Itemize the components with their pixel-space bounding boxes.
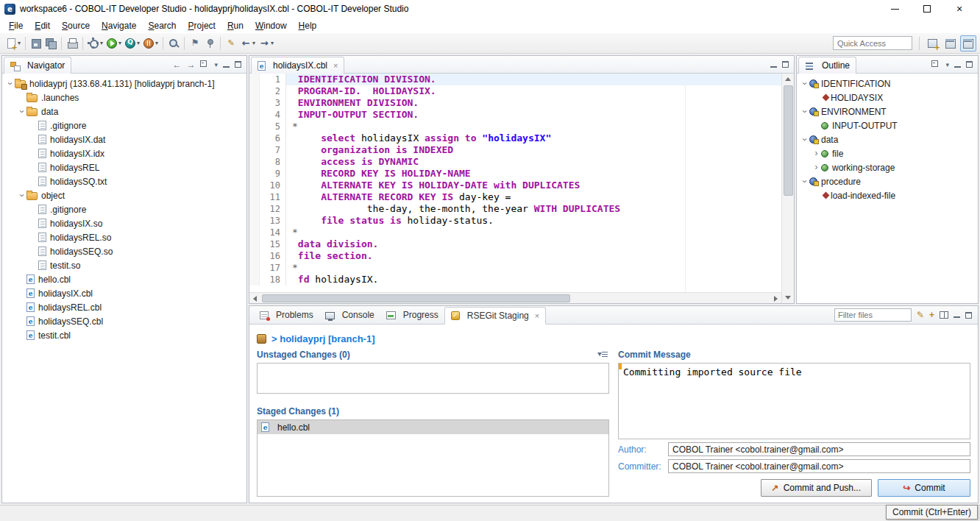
print-button[interactable] [65, 36, 79, 51]
code-line[interactable]: 2 PROGRAM-ID. HOLIDAYSIX. [249, 85, 781, 97]
profile-button[interactable]: ▾ [141, 36, 160, 51]
navigator-item[interactable]: testit.so [2, 258, 246, 272]
code-text[interactable]: data division. [286, 238, 781, 250]
close-window-button[interactable]: × [943, 1, 976, 17]
menu-file[interactable]: File [3, 19, 29, 32]
navigator-item[interactable]: holidaysREL [2, 160, 246, 174]
tab-console[interactable]: Console [319, 306, 380, 324]
horizontal-scrollbar[interactable] [249, 292, 781, 303]
tab-outline[interactable]: Outline [798, 57, 856, 74]
menu-help[interactable]: Help [293, 19, 323, 32]
menu-edit[interactable]: Edit [29, 19, 56, 32]
outline-item[interactable]: ›data [797, 132, 978, 146]
signoff-icon[interactable]: ✎ [917, 311, 924, 319]
close-icon[interactable]: × [333, 61, 338, 70]
collapse-arrow-icon[interactable]: › [17, 107, 26, 116]
navigator-item[interactable]: ›object [2, 188, 246, 202]
navigator-item[interactable]: holidaysIX.so [2, 216, 246, 230]
toggle-mark-button[interactable]: ⚑ [188, 36, 202, 51]
commit-message-input[interactable]: Committing imported source file [618, 363, 970, 439]
navigator-item[interactable]: holidaysIX.dat [2, 132, 246, 146]
menu-navigate[interactable]: Navigate [96, 19, 142, 32]
commit-and-push-button[interactable]: ↗ Commit and Push... [761, 479, 872, 497]
collapseall-icon[interactable] [931, 60, 940, 69]
pin-editor-button[interactable] [202, 36, 217, 51]
navigator-item[interactable]: holidaysSQ.txt [2, 174, 246, 188]
code-text[interactable]: * [286, 121, 781, 132]
code-line[interactable]: 10 ALTERNATE KEY IS HOLIDAY-DATE with DU… [249, 180, 781, 191]
code-text[interactable]: * [286, 262, 781, 274]
code-text[interactable]: fd holidaysIX. [286, 274, 781, 286]
scroll-right-button[interactable] [770, 293, 781, 304]
viewmenu-icon[interactable]: ▾ [945, 60, 949, 69]
vertical-scrollbar[interactable] [781, 74, 794, 303]
author-input[interactable] [668, 442, 970, 456]
code-text[interactable]: ALTERNATE KEY IS HOLIDAY-DATE with DUPLI… [286, 180, 781, 191]
outline-item[interactable]: ›file [797, 146, 978, 160]
navigator-item[interactable]: hello.cbl [2, 272, 246, 286]
changeid-icon[interactable]: + [929, 311, 934, 319]
tab-rsegit-staging[interactable]: RSEGit Staging× [444, 307, 546, 325]
staged-changes-list[interactable]: hello.cbl [257, 419, 609, 497]
new-wizard-button[interactable]: ▾ [4, 36, 22, 51]
code-text[interactable]: access is DYNAMIC [286, 156, 781, 168]
outline-item[interactable]: ›procedure [797, 174, 978, 188]
code-line[interactable]: 15 data division. [249, 238, 781, 250]
dropdown-caret-icon[interactable]: ▾ [271, 40, 274, 46]
navigator-item[interactable]: .gitignore [2, 202, 246, 216]
code-line[interactable]: 18 fd holidaysIX. [249, 274, 781, 286]
menu-window[interactable]: Window [249, 19, 293, 32]
outline-item[interactable]: INPUT-OUTPUT [797, 118, 978, 132]
code-line[interactable]: 12 the-day, the-month, the-year WITH DUP… [249, 203, 781, 215]
navigator-item[interactable]: holidaysIX.idx [2, 146, 246, 160]
dropdown-caret-icon[interactable]: ▾ [252, 40, 255, 46]
navigator-item[interactable]: ›holidayprj (133.68.41.131) [holidayprj … [2, 77, 246, 91]
vertical-scroll-thumb[interactable] [784, 85, 793, 196]
menu-search[interactable]: Search [142, 19, 182, 32]
collapse-arrow-icon[interactable]: › [800, 79, 809, 88]
dropdown-caret-icon[interactable]: ▾ [118, 40, 121, 46]
tab-holidaysix-cbl[interactable]: holidaysIX.cbl × [251, 57, 344, 74]
navigator-item[interactable]: holidaysSEQ.cbl [2, 314, 246, 328]
code-text[interactable]: INPUT-OUTPUT SECTION. [286, 109, 781, 121]
navigator-item[interactable]: ›data [2, 104, 246, 118]
code-line[interactable]: 9 RECORD KEY IS HOLIDAY-NAME [249, 168, 781, 180]
presentation-icon[interactable] [597, 350, 608, 359]
min-icon[interactable] [223, 62, 230, 68]
code-text[interactable]: select holidaysIX assign to "holidaysIX" [286, 132, 781, 144]
code-line[interactable]: 7 organization is INDEXED [249, 144, 781, 156]
code-line[interactable]: 16 file section. [249, 250, 781, 262]
code-text[interactable]: ALTERNATE RECORD KEY IS day-key = [286, 191, 781, 203]
last-edit-location-button[interactable]: ✎ [224, 36, 238, 51]
min-icon[interactable] [770, 62, 777, 68]
collapse-arrow-icon[interactable]: › [800, 177, 809, 186]
code-text[interactable]: IDENTIFICATION DIVISION. [286, 74, 781, 85]
code-line[interactable]: 4 INPUT-OUTPUT SECTION. [249, 109, 781, 121]
unstaged-changes-list[interactable] [257, 363, 609, 394]
save-button[interactable] [29, 36, 43, 51]
back-icon[interactable]: ← [172, 60, 181, 69]
scroll-left-button[interactable] [249, 293, 260, 304]
open-perspective-button[interactable] [926, 36, 941, 51]
tab-navigator[interactable]: Navigator [4, 57, 71, 74]
dropdown-caret-icon[interactable]: ▾ [100, 40, 103, 46]
max-icon[interactable] [235, 61, 241, 68]
commit-button[interactable]: ↪ Commit [878, 479, 970, 497]
tab-problems[interactable]: Problems [254, 306, 319, 324]
dropdown-caret-icon[interactable]: ▾ [18, 40, 21, 46]
code-lines[interactable]: 1 IDENTIFICATION DIVISION.2 PROGRAM-ID. … [249, 74, 781, 292]
code-line[interactable]: 8 access is DYNAMIC [249, 156, 781, 168]
forward-button[interactable]: →▾ [257, 36, 275, 51]
navigator-item[interactable]: testit.cbl [2, 328, 246, 342]
filter-files-input[interactable] [834, 308, 912, 322]
back-button[interactable]: ←▾ [238, 36, 257, 51]
code-line[interactable]: 17* [249, 262, 781, 274]
scroll-down-button[interactable] [782, 292, 795, 303]
committer-input[interactable] [668, 459, 970, 473]
scroll-up-button[interactable] [782, 74, 795, 85]
code-text[interactable]: RECORD KEY IS HOLIDAY-NAME [286, 168, 781, 180]
navigator-item[interactable]: holidaysIX.cbl [2, 286, 246, 300]
code-line[interactable]: 11 ALTERNATE RECORD KEY IS day-key = [249, 191, 781, 203]
code-text[interactable]: ENVIRONMENT DIVISION. [286, 97, 781, 109]
code-text[interactable]: PROGRAM-ID. HOLIDAYSIX. [286, 85, 781, 97]
